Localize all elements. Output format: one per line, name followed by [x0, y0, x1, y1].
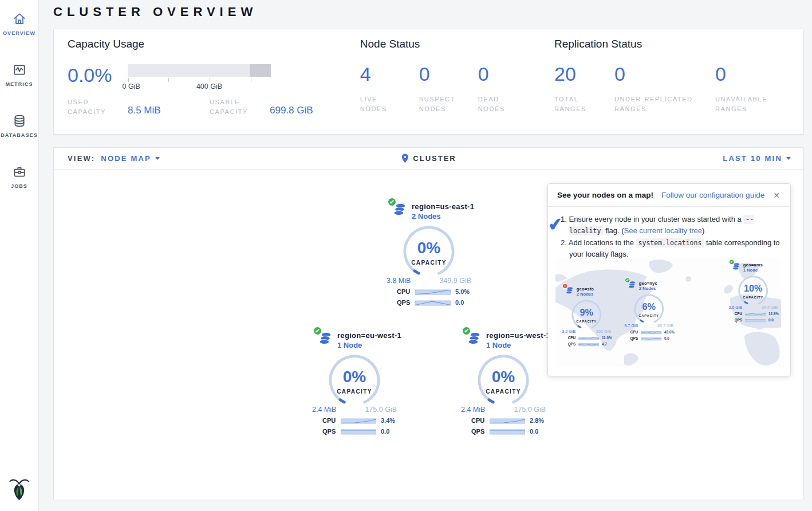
- qps-sparkline-row: QPS 0.0: [471, 427, 555, 435]
- chevron-down-icon: [155, 157, 160, 160]
- capacity-bar: 0 GiB 400 GiB: [128, 64, 271, 91]
- healthy-check-icon: ✔: [625, 277, 630, 283]
- mini-locality-card-nyc: ✔ geo=nyc 2 Nodes: [619, 280, 679, 341]
- view-label: VIEW:: [68, 154, 95, 163]
- database-icon: [0, 113, 38, 128]
- view-dropdown[interactable]: NODE MAP: [101, 154, 160, 163]
- popup-step-1: 1. Ensure every node in your cluster was…: [561, 214, 781, 236]
- node-map-panel: VIEW: NODE MAP CLUSTER LAST 10 MIN: [53, 147, 804, 500]
- mini-locality-card-ams: ✔ geo=ams 1 Node: [723, 262, 781, 323]
- sidebar-item-metrics[interactable]: METRICS: [0, 59, 38, 89]
- capacity-tick-label: 0 GiB: [123, 82, 140, 91]
- used-capacity-value: 8.5 MiB: [128, 105, 161, 117]
- locality-nodes-link[interactable]: 1 Node: [337, 341, 401, 349]
- qps-sparkline-row: QPS 0.0: [397, 298, 480, 306]
- locality-title: region=eu-west-1: [337, 331, 401, 340]
- sidebar-item-label: JOBS: [0, 183, 38, 189]
- node-map-config-popup: See your nodes on a map! Follow our conf…: [547, 183, 791, 376]
- locality-card-eu-west-1: ✔ region=eu-west-1 1 Node 0% CAPACITY: [303, 331, 406, 435]
- capacity-usage-section: Capacity Usage 0.0% 0 GiB 400 GiB: [68, 38, 360, 134]
- total-ranges-stat: 20 TOTAL RANGES: [554, 50, 614, 114]
- cpu-sparkline-row: CPU 3.4%: [322, 416, 406, 424]
- suspect-nodes-stat: 0 SUSPECT NODES: [419, 50, 478, 114]
- code-chip: system.locations: [636, 238, 704, 247]
- cpu-sparkline-row: CPU 5.0%: [397, 288, 480, 296]
- locality-total: 349.9 GiB: [439, 277, 471, 285]
- map-toolbar: VIEW: NODE MAP CLUSTER LAST 10 MIN: [54, 148, 803, 170]
- sidebar-item-jobs[interactable]: JOBS: [0, 161, 38, 191]
- sidebar-item-databases[interactable]: DATABASES: [0, 110, 38, 140]
- sidebar: OVERVIEW METRICS DATABASES JOBS: [0, 0, 39, 511]
- capacity-tick-label: 400 GiB: [196, 82, 222, 91]
- live-nodes-stat: 4 LIVE NODES: [360, 50, 419, 114]
- example-node-map-image: ! geo=sfo 2 Nodes: [555, 258, 781, 367]
- page-title: CLUSTER OVERVIEW: [53, 5, 812, 19]
- sidebar-item-label: DATABASES: [0, 132, 38, 138]
- used-capacity-label: USED CAPACITY: [68, 97, 128, 117]
- close-icon[interactable]: ✕: [771, 190, 782, 201]
- popup-title: See your nodes on a map!: [557, 191, 653, 199]
- locality-nodes-link[interactable]: 1 Node: [486, 341, 550, 349]
- locality-tree-link[interactable]: See current locality tree: [624, 226, 703, 235]
- capacity-used-percent: 0.0%: [68, 64, 128, 91]
- capacity-bar-reserved-segment: [250, 64, 271, 77]
- locality-card-us-east-1: ✔ region=us-east-1 2 Nodes 0% CAPACITY: [377, 202, 480, 306]
- node-status-title: Node Status: [360, 38, 554, 50]
- warning-icon: !: [562, 283, 568, 289]
- node-map-canvas: ✔ region=us-east-1 2 Nodes 0% CAPACITY: [54, 170, 803, 500]
- briefcase-icon: [0, 164, 38, 179]
- capacity-gauge: 0% CAPACITY: [323, 354, 386, 404]
- cockroachdb-logo-icon: [9, 477, 30, 503]
- node-status-section: Node Status 4 LIVE NODES 0 SUSPECT NODES…: [360, 38, 554, 134]
- replication-status-title: Replication Status: [554, 38, 790, 50]
- replication-status-section: Replication Status 20 TOTAL RANGES 0 UND…: [554, 38, 790, 134]
- chevron-down-icon: [786, 157, 791, 160]
- sidebar-item-overview[interactable]: OVERVIEW: [0, 8, 38, 38]
- under-replicated-ranges-stat: 0 UNDER-REPLICATED RANGES: [614, 50, 715, 114]
- cluster-summary-panel: Capacity Usage 0.0% 0 GiB 400 GiB: [53, 29, 804, 135]
- sidebar-item-label: OVERVIEW: [0, 30, 38, 36]
- breadcrumb[interactable]: CLUSTER: [401, 154, 456, 163]
- configuration-guide-link[interactable]: Follow our configuration guide: [661, 191, 764, 199]
- metrics-icon: [0, 62, 38, 77]
- healthy-check-icon: ✔: [313, 326, 322, 336]
- healthy-check-icon: ✔: [729, 259, 735, 265]
- locality-title: region=us-west-1: [486, 331, 550, 340]
- sidebar-item-label: METRICS: [0, 81, 38, 87]
- main-content: CLUSTER OVERVIEW Capacity Usage 0.0% 0 G…: [39, 0, 812, 511]
- capacity-usage-title: Capacity Usage: [68, 38, 360, 50]
- capacity-gauge: 0% CAPACITY: [472, 354, 535, 404]
- healthy-check-icon: ✔: [462, 326, 471, 336]
- locality-used: 3.8 MiB: [387, 277, 411, 285]
- map-pin-icon: [401, 154, 408, 163]
- unavailable-ranges-stat: 0 UNAVAILABLE RANGES: [715, 50, 790, 114]
- locality-used: 2.4 MiB: [461, 406, 485, 414]
- locality-title: region=us-east-1: [412, 202, 474, 211]
- capacity-gauge: 0% CAPACITY: [397, 225, 460, 276]
- usable-capacity-value: 699.8 GiB: [270, 105, 313, 117]
- locality-card-us-west-1: ✔ region=us-west-1 1 Node 0% CAPACITY: [452, 331, 555, 435]
- cpu-sparkline-row: CPU 2.8%: [471, 416, 555, 424]
- locality-used: 2.4 MiB: [312, 406, 336, 414]
- locality-total: 175.0 GiB: [365, 406, 397, 414]
- popup-step-2: 2. Add locations to the system.locations…: [561, 237, 781, 260]
- qps-sparkline-row: QPS 0.0: [322, 427, 406, 435]
- healthy-check-icon: ✔: [387, 197, 397, 207]
- big-check-icon: ✔: [547, 211, 564, 238]
- locality-nodes-link[interactable]: 2 Nodes: [412, 212, 474, 221]
- popup-steps: ✔ 1. Ensure every node in your cluster w…: [548, 207, 790, 265]
- home-icon: [0, 11, 38, 26]
- time-range-dropdown[interactable]: LAST 10 MIN: [723, 154, 791, 163]
- usable-capacity-label: USABLE CAPACITY: [210, 97, 270, 117]
- locality-total: 175.0 GiB: [514, 406, 546, 414]
- mini-locality-card-sfo: ! geo=sfo 2 Nodes: [557, 286, 616, 347]
- dead-nodes-stat: 0 DEAD NODES: [478, 50, 537, 114]
